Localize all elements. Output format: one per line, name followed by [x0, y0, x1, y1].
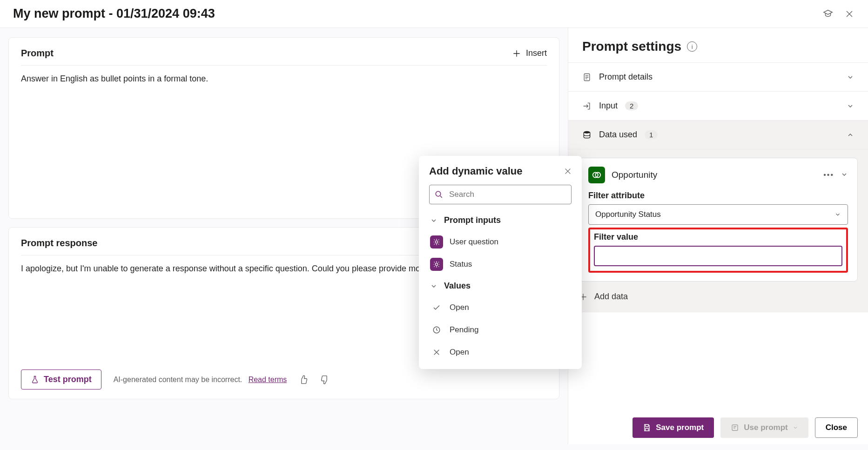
details-icon: [582, 73, 592, 82]
database-icon: [582, 130, 592, 140]
chevron-down-icon: [847, 102, 854, 110]
use-icon: [731, 423, 739, 432]
input-icon: [582, 101, 592, 111]
close-icon[interactable]: [844, 8, 855, 20]
thumbs-down-icon[interactable]: [320, 375, 330, 384]
ai-note: AI-generated content may be incorrect. R…: [114, 376, 287, 384]
response-section-title: Prompt response: [21, 238, 97, 249]
close-label: Close: [826, 423, 847, 432]
add-dynamic-value-popup: Add dynamic value Prompt inputs User que…: [419, 156, 582, 369]
chevron-down-icon[interactable]: [841, 171, 848, 179]
filter-value-highlight: Filter value: [588, 228, 848, 273]
response-footer: Test prompt AI-generated content may be …: [21, 369, 547, 390]
variable-icon: [430, 258, 443, 271]
list-item-label: Open: [450, 303, 469, 312]
input-status[interactable]: Status: [429, 253, 572, 275]
svg-rect-4: [732, 425, 738, 430]
chevron-up-icon: [847, 131, 854, 139]
close-button[interactable]: Close: [815, 417, 858, 438]
save-icon: [643, 423, 651, 432]
check-icon: [430, 301, 443, 314]
section-prompt-inputs[interactable]: Prompt inputs: [429, 210, 572, 231]
value-pending[interactable]: Pending: [429, 319, 572, 341]
list-item-label: Pending: [450, 325, 478, 335]
filter-attribute-value: Opportunity Status: [595, 210, 661, 219]
prompt-inputs-label: Prompt inputs: [444, 215, 501, 225]
dataverse-icon: [588, 167, 605, 183]
accordion-prompt-details[interactable]: Prompt details: [568, 63, 868, 92]
svg-point-5: [436, 191, 441, 196]
data-used-label: Data used: [599, 130, 637, 140]
use-prompt-button[interactable]: Use prompt: [720, 417, 808, 438]
data-used-count: 1: [645, 130, 658, 139]
opportunity-card: Opportunity ••• Filter attribute Opportu…: [579, 158, 858, 282]
more-icon[interactable]: •••: [823, 171, 834, 179]
input-label: Input: [599, 101, 618, 111]
add-data-label: Add data: [594, 292, 628, 302]
close-icon[interactable]: [564, 168, 572, 175]
settings-panel: Prompt settings i Prompt details Input 2: [568, 28, 868, 444]
save-prompt-label: Save prompt: [656, 423, 704, 432]
action-bar: Save prompt Use prompt Close: [632, 417, 858, 438]
close-icon: [430, 346, 443, 359]
popup-title: Add dynamic value: [429, 165, 523, 177]
chevron-down-icon: [834, 211, 841, 218]
info-icon[interactable]: i: [687, 41, 697, 52]
input-user-question[interactable]: User question: [429, 231, 572, 253]
header-actions: [822, 8, 855, 20]
value-open-2[interactable]: Open: [429, 341, 572, 363]
svg-point-6: [435, 241, 437, 243]
save-prompt-button[interactable]: Save prompt: [632, 417, 714, 438]
input-count: 2: [625, 101, 638, 110]
value-open[interactable]: Open: [429, 296, 572, 319]
add-data-button[interactable]: Add data: [579, 290, 858, 303]
window-header: My new prompt - 01/31/2024 09:43: [0, 0, 868, 28]
svg-point-7: [435, 263, 437, 265]
thumbs-up-icon[interactable]: [299, 375, 308, 384]
list-item-label: Status: [450, 260, 472, 269]
test-prompt-label: Test prompt: [44, 375, 92, 384]
list-item-label: User question: [450, 237, 498, 247]
clock-icon: [430, 323, 443, 336]
chevron-down-icon: [793, 425, 798, 430]
filter-value-input[interactable]: [594, 246, 842, 266]
learn-icon[interactable]: [822, 8, 834, 20]
chevron-down-icon: [430, 282, 437, 290]
insert-label: Insert: [526, 48, 547, 58]
filter-attribute-label: Filter attribute: [588, 191, 848, 201]
read-terms-link[interactable]: Read terms: [249, 376, 287, 383]
settings-title: Prompt settings: [582, 39, 681, 54]
prompt-section-title: Prompt: [21, 48, 54, 59]
prompt-text[interactable]: Answer in English as bullet points in a …: [21, 66, 547, 84]
page-title: My new prompt - 01/31/2024 09:43: [13, 7, 215, 21]
filter-value-label: Filter value: [594, 232, 842, 242]
accordion-input[interactable]: Input 2: [568, 92, 868, 121]
filter-attribute-select[interactable]: Opportunity Status: [588, 204, 848, 225]
section-values[interactable]: Values: [429, 275, 572, 296]
insert-button[interactable]: Insert: [512, 48, 547, 58]
opportunity-name: Opportunity: [612, 170, 657, 180]
test-prompt-button[interactable]: Test prompt: [21, 369, 101, 390]
chevron-down-icon: [430, 217, 437, 224]
search-icon: [435, 190, 443, 199]
svg-point-1: [584, 131, 590, 133]
data-used-content: Opportunity ••• Filter attribute Opportu…: [568, 149, 868, 312]
variable-icon: [430, 235, 443, 249]
chevron-down-icon: [847, 74, 854, 81]
details-label: Prompt details: [599, 72, 653, 82]
accordion-data-used[interactable]: Data used 1: [568, 121, 868, 149]
values-label: Values: [444, 281, 471, 291]
search-input[interactable]: [429, 185, 572, 204]
list-item-label: Open: [450, 348, 469, 357]
use-prompt-label: Use prompt: [744, 423, 787, 432]
